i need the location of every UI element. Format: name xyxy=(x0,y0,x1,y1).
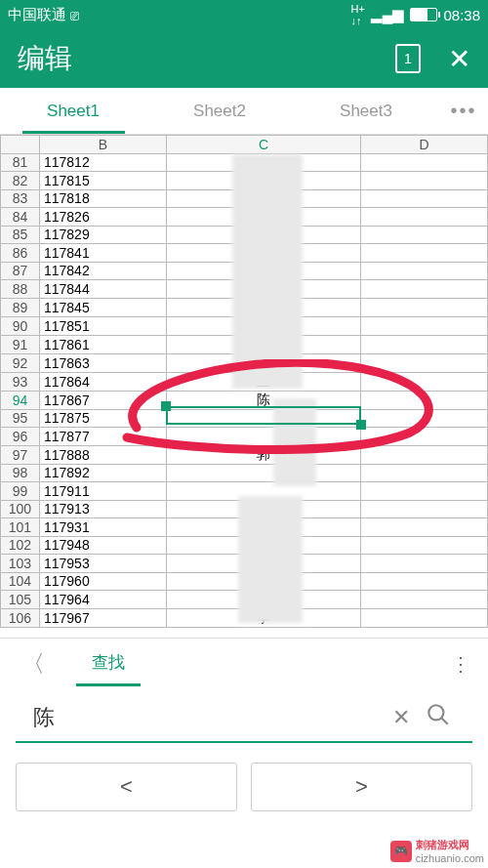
table-row[interactable]: 94117867陈 xyxy=(1,391,488,409)
cell-b[interactable]: 117911 xyxy=(39,482,166,501)
cell-c[interactable]: 李 xyxy=(166,609,361,628)
cell-c[interactable] xyxy=(166,482,361,501)
row-header[interactable]: 96 xyxy=(1,428,40,446)
row-header[interactable]: 102 xyxy=(1,536,40,555)
cell-c[interactable]: 陈 xyxy=(166,391,361,409)
cell-d[interactable] xyxy=(361,262,488,280)
table-row[interactable]: 85117829 xyxy=(1,226,488,244)
cell-b[interactable]: 117875 xyxy=(39,409,166,428)
table-row[interactable]: 106117967李 xyxy=(1,609,488,628)
cell-c[interactable]: 王 xyxy=(166,372,361,391)
cell-d[interactable] xyxy=(361,354,488,373)
cell-c[interactable]: 刘 xyxy=(166,299,361,317)
cell-c[interactable]: 郭 xyxy=(166,445,361,464)
cell-b[interactable]: 117844 xyxy=(39,280,166,299)
row-header[interactable]: 89 xyxy=(1,299,40,317)
row-header[interactable]: 95 xyxy=(1,409,40,428)
cell-b[interactable]: 117964 xyxy=(39,591,166,609)
table-row[interactable]: 81117812 xyxy=(1,153,488,172)
cell-b[interactable]: 117845 xyxy=(39,299,166,317)
row-header[interactable]: 106 xyxy=(1,609,40,628)
table-row[interactable]: 101117931 xyxy=(1,518,488,537)
spreadsheet[interactable]: B C D 8111781282117815831178188411782685… xyxy=(0,135,488,638)
cell-d[interactable] xyxy=(361,153,488,172)
cell-d[interactable] xyxy=(361,536,488,555)
cell-b[interactable]: 117812 xyxy=(39,153,166,172)
row-header[interactable]: 105 xyxy=(1,591,40,609)
cell-c[interactable]: 李 xyxy=(166,280,361,299)
table-row[interactable]: 93117864王 xyxy=(1,372,488,391)
find-next-button[interactable]: > xyxy=(251,763,472,811)
row-header[interactable]: 103 xyxy=(1,555,40,573)
cell-c[interactable] xyxy=(166,409,361,428)
cell-c[interactable] xyxy=(166,428,361,446)
cell-b[interactable]: 117826 xyxy=(39,208,166,227)
col-header-d[interactable]: D xyxy=(361,136,488,154)
cell-b[interactable]: 117913 xyxy=(39,500,166,518)
cell-b[interactable]: 117815 xyxy=(39,172,166,190)
cell-b[interactable]: 117877 xyxy=(39,428,166,446)
cell-b[interactable]: 117967 xyxy=(39,609,166,628)
cell-c[interactable] xyxy=(166,464,361,482)
cell-b[interactable]: 117931 xyxy=(39,518,166,537)
row-header[interactable]: 88 xyxy=(1,280,40,299)
row-header[interactable]: 100 xyxy=(1,500,40,518)
table-row[interactable]: 96117877 xyxy=(1,428,488,446)
back-button[interactable]: 〈 xyxy=(10,648,57,680)
tab-sheet3[interactable]: Sheet3 xyxy=(293,90,439,133)
cell-c[interactable]: 王 xyxy=(166,591,361,609)
cell-d[interactable] xyxy=(361,555,488,573)
row-header[interactable]: 98 xyxy=(1,464,40,482)
cell-b[interactable]: 117851 xyxy=(39,317,166,336)
table-row[interactable]: 89117845刘 xyxy=(1,299,488,317)
cell-d[interactable] xyxy=(361,572,488,591)
cell-c[interactable] xyxy=(166,153,361,172)
table-row[interactable]: 87117842 xyxy=(1,262,488,280)
table-row[interactable]: 98117892 xyxy=(1,464,488,482)
cell-d[interactable] xyxy=(361,189,488,208)
close-button[interactable]: ✕ xyxy=(448,43,470,75)
row-header[interactable]: 81 xyxy=(1,153,40,172)
row-header[interactable]: 93 xyxy=(1,372,40,391)
cell-c[interactable] xyxy=(166,172,361,190)
cell-d[interactable] xyxy=(361,299,488,317)
row-header[interactable]: 101 xyxy=(1,518,40,537)
cell-c[interactable] xyxy=(166,518,361,537)
cell-b[interactable]: 117841 xyxy=(39,244,166,263)
tab-sheet1[interactable]: Sheet1 xyxy=(0,90,146,133)
cell-b[interactable]: 117960 xyxy=(39,572,166,591)
row-header[interactable]: 84 xyxy=(1,208,40,227)
cell-b[interactable]: 117829 xyxy=(39,226,166,244)
corner-cell[interactable] xyxy=(1,136,40,154)
cell-c[interactable] xyxy=(166,555,361,573)
cell-d[interactable] xyxy=(361,317,488,336)
table-row[interactable]: 83117818 xyxy=(1,189,488,208)
cell-d[interactable] xyxy=(361,244,488,263)
row-header[interactable]: 90 xyxy=(1,317,40,336)
row-header[interactable]: 82 xyxy=(1,172,40,190)
cell-c[interactable] xyxy=(166,244,361,263)
cell-b[interactable]: 117948 xyxy=(39,536,166,555)
table-row[interactable]: 102117948 xyxy=(1,536,488,555)
cell-d[interactable] xyxy=(361,172,488,190)
row-header[interactable]: 87 xyxy=(1,262,40,280)
cell-c[interactable] xyxy=(166,536,361,555)
cell-b[interactable]: 117888 xyxy=(39,445,166,464)
cell-d[interactable] xyxy=(361,518,488,537)
cell-b[interactable]: 117864 xyxy=(39,372,166,391)
row-header[interactable]: 99 xyxy=(1,482,40,501)
row-header[interactable]: 85 xyxy=(1,226,40,244)
cell-c[interactable] xyxy=(166,189,361,208)
table-row[interactable]: 86117841 xyxy=(1,244,488,263)
table-row[interactable]: 104117960 xyxy=(1,572,488,591)
cell-d[interactable] xyxy=(361,409,488,428)
cell-c[interactable] xyxy=(166,572,361,591)
document-count-button[interactable]: 1 xyxy=(395,44,421,73)
cell-b[interactable]: 117863 xyxy=(39,354,166,373)
cell-d[interactable] xyxy=(361,372,488,391)
tab-sheet2[interactable]: Sheet2 xyxy=(146,90,293,133)
row-header[interactable]: 91 xyxy=(1,336,40,354)
cell-d[interactable] xyxy=(361,226,488,244)
find-prev-button[interactable]: < xyxy=(16,763,237,811)
tabs-more-button[interactable]: ••• xyxy=(439,100,488,122)
